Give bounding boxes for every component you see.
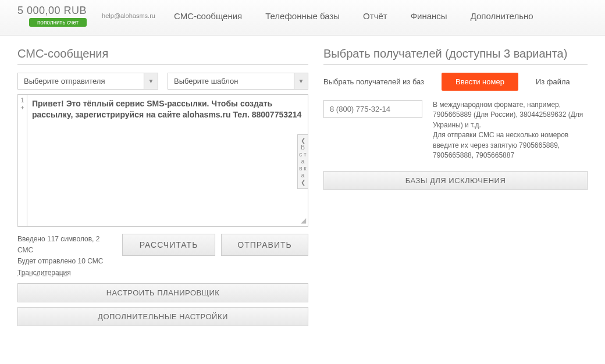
send-button[interactable]: ОТПРАВИТЬ (221, 234, 308, 256)
calculate-button[interactable]: РАССЧИТАТЬ (122, 234, 215, 256)
sender-select[interactable]: Выберите отправителя ▼ (17, 73, 158, 90)
nav-report[interactable]: Отчёт (363, 11, 387, 21)
tab-from-file[interactable]: Из файла (536, 77, 570, 86)
msg-count: 1 (20, 97, 24, 104)
recipients-title: Выбрать получателей (доступны 3 варианта… (323, 47, 588, 65)
message-textarea[interactable] (27, 95, 308, 226)
scheduler-button[interactable]: НАСТРОИТЬ ПЛАНИРОВЩИК (17, 283, 308, 302)
nav-sms[interactable]: СМС-сообщения (174, 11, 242, 21)
chevron-down-icon[interactable]: ▼ (144, 73, 158, 89)
char-count: Введено 117 символов, 2 СМС (17, 234, 116, 256)
tab-enter-number[interactable]: Ввести номер (442, 73, 518, 91)
sms-title: СМС-сообщения (17, 47, 308, 65)
balance-amount: 5 000,00 RUB (17, 5, 87, 17)
balance-block: 5 000,00 RUB пополнить счет (17, 5, 87, 27)
main-nav: СМС-сообщения Телефонные базы Отчёт Фина… (174, 11, 533, 21)
send-count: Будет отправлено 10 СМС (17, 256, 116, 267)
message-box: 1 + ❮ В с т а в к а ❮ ◢ (17, 94, 308, 227)
transliteration-link[interactable]: Транслитерация (17, 269, 71, 277)
exclude-bases-button[interactable]: БАЗЫ ДЛЯ ИСКЛЮЧЕНИЯ (323, 171, 588, 190)
nav-finance[interactable]: Финансы (411, 11, 447, 21)
template-select[interactable]: Выберите шаблон ▼ (168, 73, 308, 90)
message-counter-strip: 1 + (18, 95, 27, 226)
tab-from-bases[interactable]: Выбрать получателей из баз (323, 77, 424, 86)
phone-input[interactable] (323, 100, 422, 118)
nav-more[interactable]: Дополнительно (471, 11, 533, 21)
msg-add-icon[interactable]: + (20, 104, 24, 111)
template-select-label: Выберите шаблон (168, 73, 294, 89)
sender-select-label: Выберите отправителя (18, 73, 144, 89)
topup-button[interactable]: пополнить счет (29, 18, 87, 27)
phone-hint: В международном формате, например, 79056… (433, 100, 588, 160)
extra-settings-button[interactable]: ДОПОЛНИТЕЛЬНЫЕ НАСТРОЙКИ (17, 307, 308, 326)
support-email[interactable]: help@alohasms.ru (102, 12, 155, 19)
insert-tab[interactable]: ❮ В с т а в к а ❮ (297, 134, 308, 189)
nav-bases[interactable]: Телефонные базы (265, 11, 340, 21)
chevron-down-icon[interactable]: ▼ (294, 73, 308, 89)
